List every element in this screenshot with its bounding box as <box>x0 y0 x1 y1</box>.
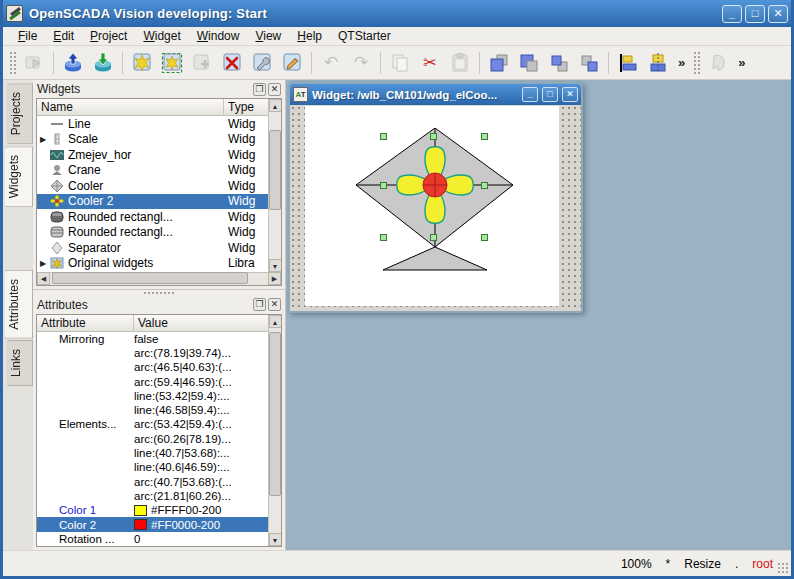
toolbar-drag-handle[interactable] <box>693 51 700 75</box>
close-panel-icon[interactable]: ✕ <box>268 298 281 311</box>
widget-editor-window[interactable]: AT Widget: /wlb_CM101/wdg_elCoo... _ □ ✕ <box>288 82 583 313</box>
toolbar-separator <box>479 52 480 74</box>
attributes-vscrollbar[interactable]: ▲ ▼ <box>268 315 281 546</box>
widget-maximize-button[interactable]: □ <box>542 87 558 102</box>
widgets-tree-header[interactable]: Name Type <box>37 99 268 116</box>
widgets-vscrollbar[interactable]: ▲ ▼ <box>268 99 281 272</box>
selection-handle[interactable] <box>380 133 387 140</box>
tree-row-crane[interactable]: CraneWidg <box>37 163 268 179</box>
widget-close-button[interactable]: ✕ <box>562 87 578 102</box>
minimize-button[interactable]: _ <box>722 5 742 23</box>
selection-handle[interactable] <box>380 234 387 241</box>
toolbar-overflow-button[interactable]: » <box>734 55 749 70</box>
menu-edit[interactable]: Edit <box>46 28 81 44</box>
attribute-row-elements[interactable]: line:(40.6|46.59):... <box>37 460 268 474</box>
selection-handle[interactable] <box>481 133 488 140</box>
cut-button[interactable]: ✂ <box>416 49 444 77</box>
maximize-button[interactable]: □ <box>745 5 765 23</box>
tree-row-rounded-rectangl-[interactable]: Rounded rectangl...Widg <box>37 209 268 225</box>
align-left-button[interactable] <box>614 49 642 77</box>
attributes-tree-header[interactable]: Attribute Value <box>37 315 268 332</box>
menu-bar: FileEditProjectWidgetWindowViewHelpQTSta… <box>3 27 791 46</box>
menu-widget[interactable]: Widget <box>136 28 187 44</box>
scroll-down-icon[interactable]: ▼ <box>269 259 282 272</box>
raise-button[interactable] <box>545 49 573 77</box>
new-widget-library-button[interactable] <box>158 49 186 77</box>
tree-row-cooler[interactable]: CoolerWidg <box>37 178 268 194</box>
widget-minimize-button[interactable]: _ <box>522 87 538 102</box>
tree-row-cooler-2[interactable]: Cooler 2Widg <box>37 194 268 210</box>
close-panel-icon[interactable]: ✕ <box>268 83 281 96</box>
float-panel-icon[interactable]: ❐ <box>253 83 266 96</box>
widgets-hscrollbar[interactable]: ◀ ▶ <box>37 272 281 285</box>
new-widget-button[interactable] <box>128 49 156 77</box>
selection-handle[interactable] <box>430 234 437 241</box>
attribute-row-elements[interactable]: arc:(78.19|39.74)... <box>37 346 268 360</box>
widget-canvas[interactable] <box>305 106 559 306</box>
attribute-row-elements[interactable]: arc:(59.4|46.59):(... <box>37 374 268 388</box>
lower-bottom-button[interactable] <box>515 49 543 77</box>
tree-row-separator[interactable]: SeparatorWidg <box>37 240 268 256</box>
attribute-row-rotation-[interactable]: Rotation ...0 <box>37 532 268 546</box>
sidebar-tab-attributes[interactable]: Attributes <box>5 270 33 339</box>
float-panel-icon[interactable]: ❐ <box>253 298 266 311</box>
attribute-row-elements[interactable]: line:(40.7|53.68):... <box>37 446 268 460</box>
attribute-row-elements[interactable]: arc:(46.5|40.63):(... <box>37 360 268 374</box>
sidebar-tab-projects[interactable]: Projects <box>7 83 33 144</box>
save-db-button[interactable] <box>89 49 117 77</box>
column-value[interactable]: Value <box>134 315 268 331</box>
toolbar-drag-handle[interactable] <box>9 51 16 75</box>
widget-properties-button[interactable] <box>248 49 276 77</box>
scroll-left-icon[interactable]: ◀ <box>37 272 50 285</box>
selection-handle[interactable] <box>380 182 387 189</box>
expander-icon[interactable]: ▶ <box>37 259 49 268</box>
delete-widget-button[interactable] <box>218 49 246 77</box>
selection-handle[interactable] <box>430 133 437 140</box>
title-bar[interactable]: OpenSCADA Vision developing: Start _ □ ✕ <box>0 0 794 27</box>
selection-handle[interactable] <box>481 234 488 241</box>
menu-view[interactable]: View <box>248 28 288 44</box>
tree-row-original-widgets[interactable]: ▶Original widgetsLibra <box>37 256 268 272</box>
load-db-button[interactable] <box>59 49 87 77</box>
widget-edit-button[interactable] <box>278 49 306 77</box>
lower-button[interactable] <box>575 49 603 77</box>
menu-file[interactable]: File <box>11 28 44 44</box>
tree-row-rounded-rectangl-[interactable]: Rounded rectangl...Widg <box>37 225 268 241</box>
raise-top-button[interactable] <box>485 49 513 77</box>
sidebar-tab-links[interactable]: Links <box>7 340 33 386</box>
menu-project[interactable]: Project <box>83 28 134 44</box>
attribute-row-elements[interactable]: Elements...arc:(53.42|59.4):(... <box>37 417 268 431</box>
attribute-row-elements[interactable]: arc:(60.26|78.19)... <box>37 432 268 446</box>
sidebar-tab-widgets[interactable]: Widgets <box>5 146 33 207</box>
cooler-drawing[interactable] <box>355 128 515 273</box>
tree-row-zmejev-hor[interactable]: Zmejev_horWidg <box>37 147 268 163</box>
scroll-down-icon[interactable]: ▼ <box>269 533 282 546</box>
selection-handle[interactable] <box>481 182 488 189</box>
attribute-row-elements[interactable]: line:(53.42|59.4):... <box>37 389 268 403</box>
attribute-row-elements[interactable]: arc:(40.7|53.68):(... <box>37 475 268 489</box>
column-name[interactable]: Name <box>37 99 224 115</box>
scroll-right-icon[interactable]: ▶ <box>268 272 281 285</box>
column-attribute[interactable]: Attribute <box>37 315 134 331</box>
tree-row-scale[interactable]: ▶ScaleWidg <box>37 132 268 148</box>
scroll-up-icon[interactable]: ▲ <box>269 99 282 112</box>
scroll-up-icon[interactable]: ▲ <box>269 315 282 328</box>
attribute-row-color-1[interactable]: Color 1#FFFF00-200 <box>37 503 268 517</box>
attribute-row-elements[interactable]: line:(46.58|59.4):... <box>37 403 268 417</box>
close-button[interactable]: ✕ <box>768 5 788 23</box>
expander-icon[interactable]: ▶ <box>37 135 49 144</box>
color-swatch <box>134 505 147 516</box>
tree-row-line[interactable]: LineWidg <box>37 116 268 132</box>
menu-qtstarter[interactable]: QTStarter <box>331 28 398 44</box>
column-type[interactable]: Type <box>224 99 268 115</box>
resize-grip[interactable] <box>777 562 789 574</box>
attribute-row-elements[interactable]: arc:(21.81|60.26)... <box>37 489 268 503</box>
attribute-row-color-2[interactable]: Color 2#FF0000-200 <box>37 517 268 531</box>
align-hcenter-button[interactable] <box>644 49 672 77</box>
attribute-value: line:(46.58|59.4):... <box>134 404 268 416</box>
menu-window[interactable]: Window <box>190 28 247 44</box>
toolbar-overflow-button[interactable]: » <box>674 55 689 70</box>
attribute-row-mirroring[interactable]: Mirroringfalse <box>37 332 268 346</box>
menu-help[interactable]: Help <box>290 28 329 44</box>
widget-window-titlebar[interactable]: AT Widget: /wlb_CM101/wdg_elCoo... _ □ ✕ <box>290 84 581 105</box>
